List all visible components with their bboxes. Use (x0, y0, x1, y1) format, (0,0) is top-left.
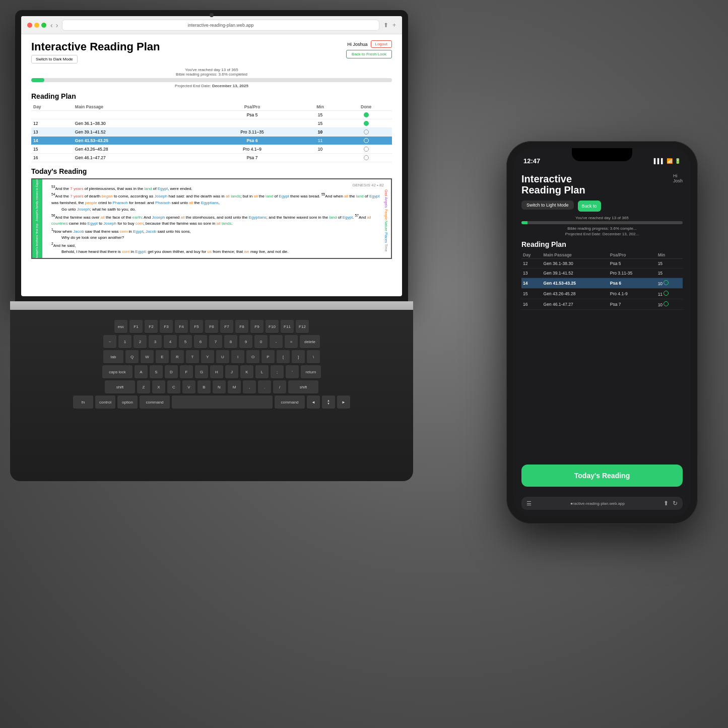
done-circle-phone (664, 280, 669, 285)
phone-progress-bar (521, 221, 683, 224)
phone-app-title: InteractiveReading Plan (521, 173, 585, 195)
phone-col-min: Min (656, 251, 683, 259)
phone-buttons-row: Switch to Light Mode Back to (521, 201, 683, 212)
wifi-icon: 📶 (667, 158, 673, 164)
table-row: 13 Gen 39.1–41.52 Pro 3.11–35 10 (31, 128, 392, 137)
reading-verse: 56And the famine was over all the face o… (51, 213, 384, 227)
phone-header-right: HiJosh (673, 173, 683, 183)
phone-col-psa: Psa/Pro (609, 251, 656, 259)
done-circle-phone (664, 291, 669, 296)
phone-user-greeting: HiJosh (673, 173, 683, 183)
logout-button[interactable]: Logout (371, 40, 392, 48)
laptop-camera (210, 13, 214, 17)
browser-navigation: ‹ › (50, 21, 58, 29)
done-dot (364, 121, 369, 126)
side-label-angels: Angels (383, 197, 389, 208)
side-label-people: People (383, 209, 389, 220)
phone-table-row: 15 Gen 43.26-45.28 Pro 4.1-9 11 (521, 289, 683, 299)
app-title-area: Interactive Reading Plan Switch to Dark … (31, 40, 160, 63)
reading-plan-title: Reading Plan (31, 92, 392, 100)
reading-verse: 53And the 7 years of plenteousness, that… (51, 184, 384, 192)
url-bar[interactable]: interactive-reading-plan.web.app (62, 20, 379, 31)
chapter-label: GENESIS 42 • 82 (352, 182, 384, 189)
reading-plan-table: Day Main Passage Psa/Pro Min Done (31, 103, 392, 162)
laptop-screen: ‹ › interactive-reading-plan.web.app ⬆ +… (21, 16, 402, 296)
table-row: 12 Gen 36.1–38.30 15 (31, 119, 392, 128)
phone-content: InteractiveReading Plan HiJosh Switch to… (513, 168, 691, 517)
side-label-time: Time (383, 244, 389, 251)
user-area: Hi Joshua Logout (348, 40, 392, 48)
reading-left-strip: Joseph's family moves to Egypt! Joseph's… (32, 179, 42, 258)
phone-back-button[interactable]: Back to (578, 201, 601, 212)
progress-text: You've reached day 13 of 365 (31, 68, 392, 72)
app-title: Interactive Reading Plan (31, 40, 160, 53)
done-circle (364, 129, 369, 135)
add-tab-icon[interactable]: + (392, 22, 396, 29)
phone-table-row: 12 Gen 36.1-38.30 Psa 5 15 (521, 259, 683, 269)
app-header: Interactive Reading Plan Switch to Dark … (31, 40, 392, 63)
side-label-places: Places (383, 232, 389, 243)
reading-text-area: GENESIS 42 • 82 53And the 7 years of ple… (51, 184, 384, 255)
dark-mode-button[interactable]: Switch to Dark Mode (31, 55, 78, 63)
phone-reading-plan-title: Reading Plan (521, 240, 683, 248)
reading-content: Joseph's family moves to Egypt! Joseph's… (31, 178, 392, 259)
table-row: 15 Gen 43.26–45.28 Pro 4.1–9 10 (31, 145, 392, 154)
phone-progress-fill (521, 221, 527, 224)
phone-table-row: 13 Gen 39.1-41.52 Pro 3.11-35 15 (521, 269, 683, 278)
reading-verse: 2And he said, (51, 241, 384, 249)
phone-progress-sub: Bible reading progress: 3.6% comple... (521, 226, 683, 231)
browser-chrome: ‹ › interactive-reading-plan.web.app ⬆ + (21, 16, 402, 34)
phone-table-row-current[interactable]: 14 Gen 41.53-43.25 Psa 6 10 (521, 278, 683, 289)
progress-subtext: Bible reading progress: 3.6% completed (31, 72, 392, 77)
side-label-nature: Nature (383, 221, 389, 231)
done-circle (364, 155, 369, 160)
col-psa: Psa/Pro (204, 103, 300, 111)
phone-share-icon[interactable]: ⬆ (664, 500, 669, 507)
phone-table-row: 16 Gen 46.1-47.27 Psa 7 10 (521, 299, 683, 310)
reading-quote: Why do ye look one upon another? (51, 235, 384, 241)
user-greeting: Hi Joshua (348, 42, 368, 47)
reading-plan-section: Reading Plan Day Main Passage Psa/Pro Mi… (31, 92, 392, 162)
header-right: Hi Joshua Logout Back to Fresh Look (346, 40, 392, 58)
col-min: Min (300, 103, 340, 111)
phone-progress-text: You've reached day 13 of 365 (521, 216, 683, 220)
minimize-window-button[interactable] (34, 23, 39, 28)
phone-time: 12:47 (523, 157, 540, 165)
back-to-fresh-look-button[interactable]: Back to Fresh Look (346, 50, 392, 58)
phone-col-day: Day (521, 251, 542, 259)
phone-projected-date: Projected End Date: December 13, 202... (521, 232, 683, 236)
progress-bar (31, 78, 392, 82)
close-window-button[interactable] (27, 23, 32, 28)
reading-verse: 54And the 7 years of dearth began to com… (51, 192, 384, 206)
progress-section: You've reached day 13 of 365 Bible readi… (31, 68, 392, 88)
phone-refresh-icon[interactable]: ↻ (673, 500, 678, 507)
side-label-god: God (383, 189, 389, 196)
side-labels-area: God Angels People Nature Places Time (383, 189, 389, 252)
col-done: Done (340, 103, 392, 111)
phone-screen: 12:47 ▌▌▌ 📶 🔋 InteractiveReading Plan (513, 148, 691, 517)
table-row-current[interactable]: 14 Gen 41.53–43.25 Psa 6 11 (31, 137, 392, 145)
laptop-keyboard: esc F1 F2 F3 F4 F5 F6 F7 F8 F9 F10 F11 F… (10, 310, 413, 481)
signal-icon: ▌▌▌ (654, 158, 665, 164)
reading-quote: Behold, I have heard that there is corn … (51, 249, 384, 255)
table-row: 16 Gen 46.1–47.27 Psa 7 (31, 154, 392, 162)
app-content-area: Interactive Reading Plan Switch to Dark … (21, 34, 402, 296)
laptop: ‹ › interactive-reading-plan.web.app ⬆ +… (10, 10, 423, 489)
phone-col-main: Main Passage (542, 251, 609, 259)
phone: 12:47 ▌▌▌ 📶 🔋 InteractiveReading Plan (506, 141, 698, 524)
laptop-screen-bezel: ‹ › interactive-reading-plan.web.app ⬆ +… (15, 10, 408, 302)
forward-nav-icon[interactable]: › (56, 21, 58, 29)
phone-bezel: 12:47 ▌▌▌ 📶 🔋 InteractiveReading Plan (506, 141, 698, 524)
projected-date: Projected End Date: December 13, 2025 (31, 84, 392, 88)
todays-reading-button[interactable]: Today's Reading (521, 465, 683, 487)
phone-notch (572, 148, 632, 161)
todays-reading-section: Today's Reading Joseph's family moves to… (31, 167, 392, 259)
maximize-window-button[interactable] (41, 23, 46, 28)
reading-verse: 1Now when Jacob saw that there was corn … (51, 227, 384, 235)
battery-icon: 🔋 (675, 158, 681, 164)
key-esc[interactable]: esc (114, 320, 127, 333)
phone-switch-mode-button[interactable]: Switch to Light Mode (521, 201, 574, 210)
spacebar-key[interactable] (172, 395, 273, 409)
back-nav-icon[interactable]: ‹ (50, 21, 53, 29)
table-row: Psa 5 15 (31, 111, 392, 119)
